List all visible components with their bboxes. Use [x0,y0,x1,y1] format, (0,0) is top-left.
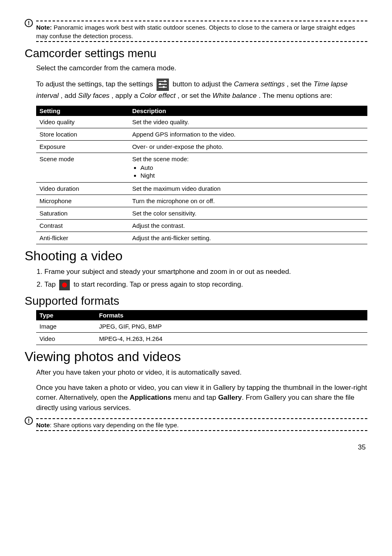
text: , add [61,92,78,100]
text: , set the [287,80,314,88]
cell: Image [36,320,96,333]
note-label: Note: [36,24,52,31]
cell: Contrast [36,220,129,232]
cell: Video duration [36,183,129,195]
paragraph-adjust-settings: To adjust the settings, tap the settings… [36,79,367,101]
cell: Store location [36,128,129,141]
cell: Append GPS information to the video. [129,128,367,141]
note-share-options: ! Note: Share options vary depending on … [25,418,367,431]
cell: Video quality [36,116,129,128]
cell: Adjust the anti-flicker setting. [129,232,367,244]
cell: Adjust the contrast. [129,220,367,232]
list-item: Tap to start recording. Tap or press aga… [44,279,367,290]
list-item: Frame your subject and steady your smart… [44,266,367,277]
note-text: Note: Panoramic images work best with st… [36,23,367,40]
cell: Microphone [36,195,129,207]
cell: Set the scene mode: Auto Night [129,153,367,183]
th-setting: Setting [36,106,129,116]
text: Tap [44,280,58,288]
heading-camcorder-settings: Camcorder settings menu [25,47,367,60]
paragraph-select-camcorder: Select the camcorder from the camera mod… [36,63,367,74]
table-row: Saturation Set the color sensitivity. [36,207,367,220]
th-description: Description [129,106,367,116]
page-number: 35 [25,443,367,452]
dashed-divider [36,21,367,21]
emphasis: White balance [212,92,257,100]
paragraph-after-taken: After you have taken your photo or video… [36,368,367,378]
emphasis: Silly faces [78,92,110,100]
table-row: Anti-flicker Adjust the anti-flicker set… [36,232,367,244]
th-type: Type [36,310,96,320]
text: , or set the [178,92,212,100]
alert-icon: ! [25,417,33,425]
list-item: Auto [141,164,364,171]
settings-sliders-icon [157,79,169,91]
bold: Gallery [218,394,242,401]
cell: Set the color sensitivity. [129,207,367,220]
heading-supported-formats: Supported formats [25,294,367,308]
note-panoramic: ! Note: Panoramic images work best with … [25,21,367,42]
cell: Over- or under-expose the photo. [129,141,367,153]
table-row: Store location Append GPS information to… [36,128,367,141]
bold: Applications [129,394,171,401]
text: button to adjust the [173,80,234,88]
emphasis: Color effect [140,92,175,100]
cell: Exposure [36,141,129,153]
table-row: Image JPEG, GIF, PNG, BMP [36,320,367,333]
cell: Saturation [36,207,129,220]
text: . The menu options are: [259,92,332,100]
table-row: Scene mode Set the scene mode: Auto Nigh… [36,153,367,183]
cell: Scene mode [36,153,129,183]
table-row: Microphone Turn the microphone on or off… [36,195,367,207]
th-formats: Formats [96,310,367,320]
cell: Set the video quality. [129,116,367,128]
note-label: Note [36,422,50,429]
table-row: Contrast Adjust the contrast. [36,220,367,232]
heading-shooting-video: Shooting a video [25,248,367,264]
cell: Set the maximum video duration [129,183,367,195]
formats-table: Type Formats Image JPEG, GIF, PNG, BMP V… [36,310,367,345]
table-row: Exposure Over- or under-expose the photo… [36,141,367,153]
dashed-divider [36,41,367,42]
note-body: : Share options vary depending on the fi… [50,422,179,429]
settings-table: Setting Description Video quality Set th… [36,106,367,244]
note-text: Note: Share options vary depending on th… [36,421,367,429]
text: , apply a [111,92,140,100]
dashed-divider [36,430,367,431]
cell: Turn the microphone on or off. [129,195,367,207]
text: Set the scene mode: [132,155,189,162]
note-body: Panoramic images work best with static o… [36,24,355,39]
paragraph-once-taken: Once you have taken a photo or video, yo… [36,383,367,413]
table-row: Video quality Set the video quality. [36,116,367,128]
cell: JPEG, GIF, PNG, BMP [96,320,367,333]
table-row: Video duration Set the maximum video dur… [36,183,367,195]
cell: Anti-flicker [36,232,129,244]
text: to start recording. Tap or press again t… [74,280,243,288]
text: menu and tap [171,394,218,401]
cell: Video [36,332,96,345]
cell: MPEG-4, H.263, H.264 [96,332,367,345]
text: To adjust the settings, tap the settings [36,80,155,88]
heading-viewing-photos-videos: Viewing photos and videos [25,349,367,364]
table-row: Video MPEG-4, H.263, H.264 [36,332,367,345]
steps-list: Frame your subject and steady your smart… [44,266,367,290]
dashed-divider [36,418,367,419]
record-icon [59,280,70,290]
alert-icon: ! [25,19,33,27]
list-item: Night [141,172,364,179]
emphasis: Camera settings [234,80,285,88]
